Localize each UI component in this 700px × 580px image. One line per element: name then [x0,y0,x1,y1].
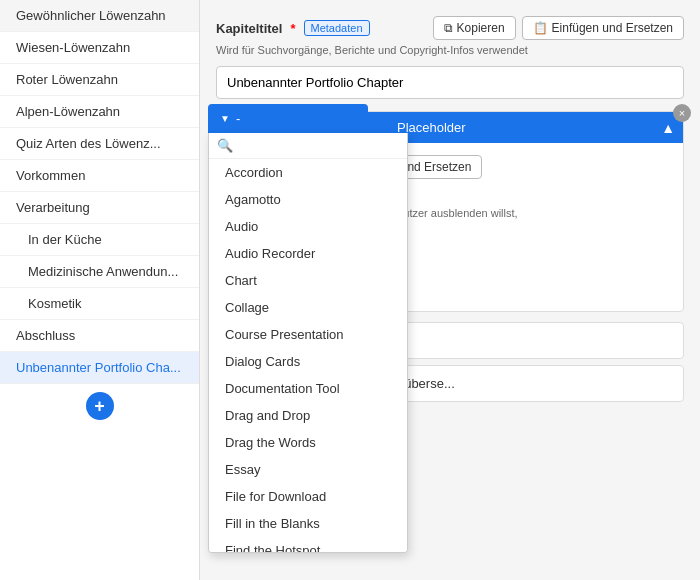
sidebar-item-8[interactable]: Medizinische Anwendun... [0,256,199,288]
dropdown-item-collage[interactable]: Collage [209,294,407,321]
add-item-button[interactable]: + [86,392,114,420]
dropdown-arrow-left: ▼ [220,113,230,124]
sidebar: Gewöhnlicher Löwenzahn Wiesen-Löwenzahn … [0,0,200,580]
chapter-title-input[interactable] [216,66,684,99]
required-marker: * [290,21,295,36]
content-type-dropdown: ▼ - 🔍 Accordion Agamotto Audio Audio Rec… [208,104,408,553]
dropdown-item-course-presentation[interactable]: Course Presentation [209,321,407,348]
header-actions: ⧉ Kopieren 📋 Einfügen und Ersetzen [433,16,684,40]
insert-replace-button-main[interactable]: 📋 Einfügen und Ersetzen [522,16,684,40]
dropdown-item-drag-the-words[interactable]: Drag the Words [209,429,407,456]
dropdown-search-input[interactable] [237,138,405,153]
sidebar-item-6[interactable]: Verarbeitung [0,192,199,224]
sidebar-item-7[interactable]: In der Küche [0,224,199,256]
sidebar-item-3[interactable]: Alpen-Löwenzahn [0,96,199,128]
dropdown-item-fill-in-blanks[interactable]: Fill in the Blanks [209,510,407,537]
dropdown-item-dialog-cards[interactable]: Dialog Cards [209,348,407,375]
dropdown-item-chart[interactable]: Chart [209,267,407,294]
dropdown-item-file-for-download[interactable]: File for Download [209,483,407,510]
sidebar-item-10[interactable]: Abschluss [0,320,199,352]
copy-icon: ⧉ [444,21,453,35]
dropdown-item-accordion[interactable]: Accordion [209,159,407,186]
block-close-button[interactable]: × [673,104,691,122]
dropdown-trigger[interactable]: ▼ - [208,104,368,133]
dropdown-item-audio-recorder[interactable]: Audio Recorder [209,240,407,267]
copy-button-main[interactable]: ⧉ Kopieren [433,16,516,40]
metadata-button[interactable]: Metadaten [304,20,370,36]
dropdown-item-agamotto[interactable]: Agamotto [209,186,407,213]
dropdown-search-row: 🔍 [209,133,407,159]
sidebar-item-4[interactable]: Quiz Arten des Löwenz... [0,128,199,160]
sidebar-item-11[interactable]: Unbenannter Portfolio Cha... [0,352,199,384]
chapter-title-label: Kapiteltitel [216,21,282,36]
sidebar-item-9[interactable]: Kosmetik [0,288,199,320]
sidebar-item-0[interactable]: Gewöhnlicher Löwenzahn [0,0,199,32]
dropdown-item-documentation-tool[interactable]: Documentation Tool [209,375,407,402]
search-icon: 🔍 [217,138,233,153]
dropdown-item-find-the-hotspot[interactable]: Find the Hotspot [209,537,407,553]
dropdown-item-drag-and-drop[interactable]: Drag and Drop [209,402,407,429]
sidebar-item-1[interactable]: Wiesen-Löwenzahn [0,32,199,64]
dropdown-list: 🔍 Accordion Agamotto Audio Audio Recorde… [208,133,408,553]
calendar-icon: 📋 [533,21,548,35]
dropdown-selected-value: - [236,111,240,126]
dropdown-item-essay[interactable]: Essay [209,456,407,483]
block-expand-button[interactable]: ▲ [661,120,675,136]
sidebar-item-5[interactable]: Vorkommen [0,160,199,192]
chapter-header: Kapiteltitel * Metadaten ⧉ Kopieren 📋 Ei… [216,16,684,40]
sidebar-item-2[interactable]: Roter Löwenzahn [0,64,199,96]
chapter-hint: Wird für Suchvorgänge, Berichte und Copy… [216,44,684,56]
add-button-container: + [0,384,199,428]
dropdown-item-audio[interactable]: Audio [209,213,407,240]
